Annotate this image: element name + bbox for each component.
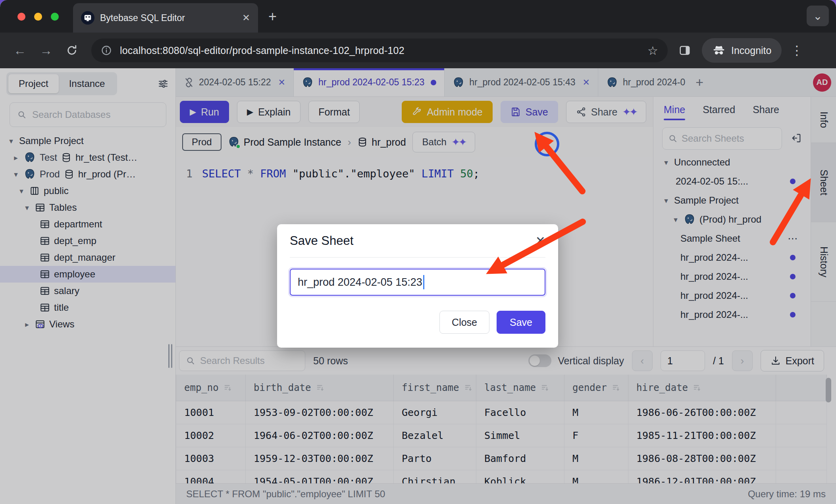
forward-icon[interactable]: →	[40, 43, 52, 58]
browser-toolbar: ← → localhost:8080/sql-editor/prod-sampl…	[0, 33, 836, 68]
close-button[interactable]: Close	[439, 311, 489, 334]
sheet-name-input[interactable]: hr_prod 2024-02-05 15:23	[290, 269, 545, 296]
browser-tab-title: Bytebase SQL Editor	[100, 13, 185, 23]
url-text[interactable]: localhost:8080/sql-editor/prod-sample-in…	[120, 45, 640, 56]
sheet-name-value: hr_prod 2024-02-05 15:23	[298, 276, 422, 289]
reload-icon[interactable]	[66, 44, 78, 56]
close-window-button[interactable]	[17, 13, 25, 21]
new-tab-button[interactable]: +	[268, 10, 277, 24]
close-tab-icon[interactable]: ✕	[242, 12, 250, 23]
back-icon[interactable]: ←	[13, 43, 26, 58]
traffic-lights	[17, 13, 59, 21]
dialog-title: Save Sheet	[290, 234, 353, 248]
minimize-window-button[interactable]	[34, 13, 42, 21]
browser-window: Bytebase SQL Editor ✕ + ⌄ ← → localhost:…	[0, 0, 836, 504]
bookmark-star-icon[interactable]: ☆	[647, 44, 658, 58]
zoom-window-button[interactable]	[51, 13, 59, 21]
save-sheet-dialog: Save Sheet ✕ hr_prod 2024-02-05 15:23 Cl…	[277, 224, 558, 348]
browser-tab-bar: Bytebase SQL Editor ✕ + ⌄	[0, 0, 836, 33]
bytebase-favicon	[81, 11, 94, 25]
text-caret	[423, 275, 424, 289]
incognito-icon	[712, 44, 726, 56]
dialog-save-button[interactable]: Save	[497, 311, 545, 334]
browser-tab[interactable]: Bytebase SQL Editor ✕	[73, 3, 258, 33]
incognito-label: Incognito	[731, 45, 771, 56]
tab-search-button[interactable]: ⌄	[807, 6, 829, 26]
info-icon[interactable]	[101, 45, 112, 56]
browser-menu-icon[interactable]: ⋮	[790, 43, 803, 58]
side-panel-icon[interactable]	[679, 44, 691, 56]
incognito-badge: Incognito	[702, 38, 782, 63]
close-icon[interactable]: ✕	[536, 234, 545, 248]
address-bar[interactable]: localhost:8080/sql-editor/prod-sample-in…	[91, 38, 668, 62]
bytebase-app: Project Instance ▾ Sample Project ▸ Test	[0, 68, 836, 504]
